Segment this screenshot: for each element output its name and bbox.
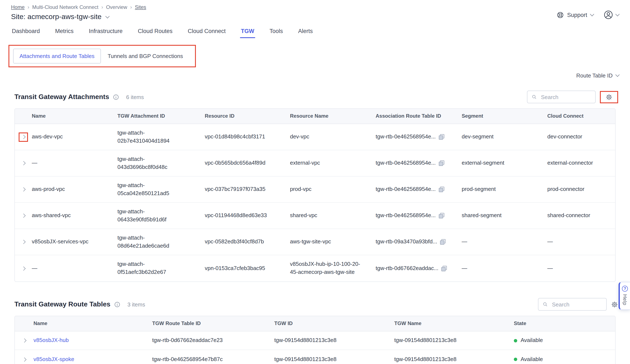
- cell-association-route-table-id: tgw-rtb-0e462568954e...: [376, 133, 436, 141]
- attachments-item-count: 6 items: [126, 94, 144, 100]
- breadcrumb-sites[interactable]: Sites: [135, 4, 146, 10]
- copy-icon[interactable]: [440, 239, 446, 245]
- cell-resource-name: external-vpc: [290, 159, 376, 167]
- row-expand-icon[interactable]: [21, 240, 26, 244]
- cell-association-route-table-id: tgw-rtb-0e462568954e...: [376, 212, 436, 220]
- cell-name: aws-prod-vpc: [32, 185, 118, 193]
- subtab-tunnels-bgp-connections[interactable]: Tunnels and BGP Connections: [101, 49, 190, 63]
- cell-resource-id: vpc-01d84b98c4cbf3171: [205, 133, 290, 141]
- cell-attachment-id: tgw-attach-043d3696bc8f0d48c: [118, 155, 175, 171]
- table-header-row: Name TGW Route Table ID TGW ID TGW Name …: [15, 316, 615, 331]
- user-menu[interactable]: [604, 10, 619, 19]
- title-chevron-down-icon[interactable]: [105, 14, 110, 18]
- cell-tgw-name: tgw-09154d8801213c3e8: [394, 337, 514, 345]
- cell-cloud-connect: external-connector: [547, 159, 615, 167]
- tab-cloud-routes[interactable]: Cloud Routes: [138, 28, 172, 38]
- cell-resource-id: vpn-0153ca7cfeb3bac95: [205, 264, 290, 272]
- attachments-settings-gear-icon[interactable]: [606, 93, 612, 101]
- cell-tgw-name: tgw-09154d8801213c3e8: [394, 355, 514, 363]
- cell-cloud-connect: shared-connector: [547, 212, 615, 220]
- tab-metrics[interactable]: Metrics: [55, 28, 74, 38]
- attachments-search-input[interactable]: [540, 93, 591, 101]
- row-expand-icon[interactable]: [22, 357, 26, 362]
- cell-resource-name: shared-vpc: [290, 212, 376, 220]
- cell-attachment-id: tgw-attach-06433e90fd5b91d6f: [118, 208, 175, 223]
- cell-cloud-connect: dev-connector: [547, 133, 615, 141]
- cell-segment: —: [462, 238, 547, 246]
- cell-cloud-connect: —: [547, 238, 615, 246]
- copy-icon[interactable]: [438, 213, 444, 218]
- row-expand-icon[interactable]: [21, 135, 26, 139]
- cell-resource-id: vpc-0582edb3f40cf8d7b: [205, 238, 290, 246]
- breadcrumb: Home › Multi-Cloud Network Connect › Ove…: [11, 4, 146, 10]
- row-expand-icon[interactable]: [21, 187, 26, 191]
- tab-dashboard[interactable]: Dashboard: [12, 28, 40, 38]
- top-bar: Home › Multi-Cloud Network Connect › Ove…: [0, 0, 630, 21]
- cell-state: Available: [520, 337, 543, 345]
- cell-attachment-id: tgw-attach-05ca042e850121ad5: [118, 181, 175, 197]
- table-row: v85osbJX-hub tgw-rtb-0d67662eaddac7e23 t…: [15, 331, 615, 350]
- route-tables-item-count: 3 items: [128, 301, 145, 308]
- row-expand-icon[interactable]: [21, 213, 26, 218]
- cell-association-route-table-id: tgw-rtb-0e462568954e...: [376, 159, 436, 167]
- user-menu-chevron-down-icon: [615, 12, 620, 16]
- route-table-link[interactable]: v85osbJX-spoke: [34, 356, 74, 362]
- table-header-row: Name TGW Attachment ID Resource ID Resou…: [15, 109, 615, 124]
- tab-infrastructure[interactable]: Infrastructure: [89, 28, 122, 38]
- search-box: [538, 298, 607, 311]
- col-tgw-id: TGW ID: [274, 320, 394, 327]
- status-dot: [514, 339, 517, 342]
- support-menu[interactable]: Support: [556, 11, 594, 18]
- page-title: Site: acmecorp-aws-tgw-site: [11, 13, 102, 21]
- tgw-attachments-header: Transit Gateway Attachments 6 items: [11, 85, 619, 108]
- cell-resource-name: aws-tgw-site-vpc: [290, 238, 376, 246]
- help-question-icon: ?: [622, 286, 628, 292]
- cell-association-route-table-id: tgw-rtb-0d67662eaddac...: [376, 264, 438, 272]
- table-row: aws-dev-vpc tgw-attach-02b7e4310404d1894…: [15, 124, 615, 150]
- cell-state: Available: [520, 355, 543, 363]
- copy-icon[interactable]: [438, 187, 444, 192]
- support-label: Support: [567, 12, 587, 18]
- copy-icon[interactable]: [438, 134, 444, 140]
- route-tables-settings-gear-icon[interactable]: [611, 301, 618, 308]
- subtab-attachments-route-tables[interactable]: Attachments and Route Tables: [13, 49, 101, 63]
- tab-alerts[interactable]: Alerts: [298, 28, 313, 38]
- cell-segment: shared-segment: [462, 212, 547, 220]
- cell-resource-id: vpc-01194468d8ed63e33: [205, 212, 290, 220]
- cell-association-route-table-id: tgw-rtb-09a3470a93bfd...: [376, 238, 437, 246]
- cell-segment: —: [462, 264, 547, 272]
- col-name: Name: [32, 113, 118, 120]
- col-tgw-route-table-id: TGW Route Table ID: [152, 320, 274, 327]
- tab-cloud-connect[interactable]: Cloud Connect: [188, 28, 226, 38]
- route-tables-search-input[interactable]: [551, 301, 602, 308]
- route-table-link[interactable]: v85osbJX-hub: [34, 337, 69, 343]
- col-cloud-connect: Cloud Connect: [547, 113, 615, 120]
- cell-resource-id: vpc-0b565bdc656a4f89d: [205, 159, 290, 167]
- tgw-attachments-table: Name TGW Attachment ID Resource ID Resou…: [14, 108, 616, 282]
- help-tab[interactable]: ? Help: [618, 282, 630, 310]
- row-expand-icon[interactable]: [21, 266, 26, 270]
- breadcrumb-home[interactable]: Home: [11, 4, 24, 10]
- cell-segment: prod-segment: [462, 185, 547, 193]
- tab-tgw[interactable]: TGW: [241, 28, 254, 38]
- search-icon: [543, 301, 548, 307]
- cell-resource-id: vpc-037bc79197f073a35: [205, 185, 290, 193]
- route-table-id-filter[interactable]: Route Table ID: [576, 72, 612, 79]
- status-dot: [514, 358, 517, 361]
- row-expand-icon[interactable]: [21, 161, 26, 165]
- copy-icon[interactable]: [441, 266, 447, 271]
- breadcrumb-overview: Overview: [106, 4, 127, 10]
- tgw-route-tables-section: Transit Gateway Route Tables 3 items: [11, 293, 619, 364]
- route-table-id-chevron-down-icon[interactable]: [615, 73, 620, 77]
- info-icon[interactable]: [113, 94, 119, 100]
- search-icon: [532, 94, 537, 100]
- tab-tools[interactable]: Tools: [270, 28, 283, 38]
- search-box: [527, 91, 596, 103]
- info-icon[interactable]: [114, 301, 120, 308]
- cell-tgw-id: tgw-09154d8801213c3e8: [274, 337, 394, 345]
- row-expand-icon[interactable]: [22, 338, 26, 343]
- table-row: aws-shared-vpc tgw-attach-06433e90fd5b91…: [15, 203, 615, 229]
- copy-icon[interactable]: [438, 161, 444, 166]
- cell-resource-name: v85osbJX-hub-ip-10-100-20-45-acmecorp-aw…: [290, 260, 376, 276]
- annotation-box-subtabs: Attachments and Route Tables Tunnels and…: [8, 45, 196, 67]
